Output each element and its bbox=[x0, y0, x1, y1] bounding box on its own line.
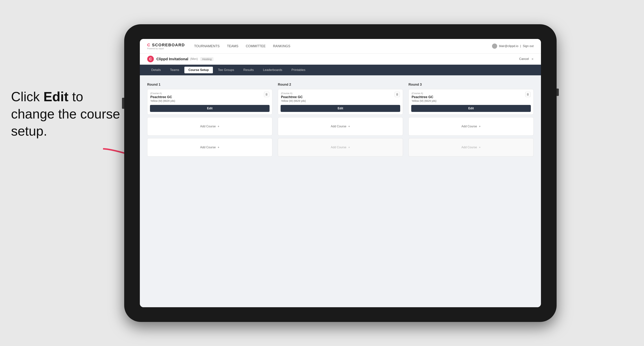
round-1-edit-button[interactable]: Edit bbox=[150, 105, 270, 112]
round-2-course-card: (Course A) Peachtree GC Yellow (M) (6629… bbox=[278, 89, 403, 115]
separator: | bbox=[520, 44, 521, 48]
tournament-name: Clippd Invitational bbox=[156, 57, 188, 61]
round-3-add-course-1[interactable]: Add Course + bbox=[408, 117, 534, 136]
round-3-course-header: (Course A) Peachtree GC Yellow (M) (6629… bbox=[409, 89, 534, 102]
round-1-plus-icon-1: + bbox=[218, 125, 219, 128]
close-button[interactable]: × bbox=[532, 57, 534, 61]
logo-title: C SCOREBOARD bbox=[147, 43, 185, 47]
round-3-add-course-text-1: Add Course + bbox=[462, 125, 480, 128]
round-2-plus-icon-2: + bbox=[348, 146, 350, 149]
round-2-course-info: (Course A) Peachtree GC Yellow (M) (6629… bbox=[281, 92, 306, 102]
round-1-add-course-1[interactable]: Add Course + bbox=[147, 117, 272, 136]
round-3-add-course-2: Add Course + bbox=[408, 138, 534, 157]
round-2-add-course-text-1: Add Course + bbox=[331, 125, 350, 128]
user-avatar bbox=[492, 43, 497, 49]
round-3-plus-icon-2: + bbox=[479, 146, 480, 149]
round-1-course-tag: (Course A) bbox=[150, 92, 175, 95]
round-3-course-info: (Course A) Peachtree GC Yellow (M) (6629… bbox=[412, 92, 436, 102]
round-3-delete-button[interactable]: 🗑 bbox=[525, 92, 530, 97]
tab-tee-groups[interactable]: Tee Groups bbox=[214, 67, 238, 73]
round-1-course-card: (Course A) Peachtree GC Yellow (M) (6629… bbox=[147, 89, 272, 115]
round-1-plus-icon-2: + bbox=[218, 146, 219, 149]
tab-bar: Details Teams Course Setup Tee Groups Re… bbox=[140, 65, 541, 75]
round-3-add-course-text-2: Add Course + bbox=[462, 146, 480, 149]
nav-committee[interactable]: COMMITTEE bbox=[246, 44, 266, 48]
logo-subtitle: Powered by clippd bbox=[147, 47, 185, 50]
tab-printables[interactable]: Printables bbox=[288, 67, 310, 73]
round-2-delete-button[interactable]: 🗑 bbox=[395, 92, 400, 97]
round-2-add-course-2: Add Course + bbox=[278, 138, 403, 157]
top-nav: C SCOREBOARD Powered by clippd TOURNAMEN… bbox=[140, 39, 541, 54]
round-1-course-header: (Course A) Peachtree GC Yellow (M) (6629… bbox=[148, 89, 272, 102]
annotation-text: Click Edit to change the course setup. bbox=[11, 88, 122, 140]
round-1-delete-button[interactable]: 🗑 bbox=[264, 92, 269, 97]
round-1-column: Round 1 (Course A) Peachtree GC Yellow (… bbox=[147, 83, 272, 159]
sub-header: C Clippd Invitational (Men) Hosting Canc… bbox=[140, 54, 541, 65]
round-1-add-course-text-1: Add Course + bbox=[200, 125, 219, 128]
nav-right: blair@clippd.io | Sign out bbox=[492, 43, 534, 49]
tab-details[interactable]: Details bbox=[147, 67, 165, 73]
round-2-label: Round 2 bbox=[278, 83, 403, 87]
hosting-badge: Hosting bbox=[200, 57, 214, 61]
nav-rankings[interactable]: RANKINGS bbox=[273, 44, 290, 48]
round-3-plus-icon-1: + bbox=[479, 125, 480, 128]
tab-teams[interactable]: Teams bbox=[166, 67, 183, 73]
round-2-course-details: Yellow (M) (6629 yds) bbox=[281, 99, 306, 102]
logo-area: C SCOREBOARD Powered by clippd bbox=[147, 43, 185, 50]
round-3-label: Round 3 bbox=[408, 83, 534, 87]
sub-header-right: Cancel × bbox=[519, 57, 534, 61]
tablet-frame: C SCOREBOARD Powered by clippd TOURNAMEN… bbox=[124, 24, 556, 322]
round-2-course-name: Peachtree GC bbox=[281, 95, 306, 99]
round-1-label: Round 1 bbox=[147, 83, 272, 87]
round-1-course-name: Peachtree GC bbox=[150, 95, 175, 99]
round-1-course-info: (Course A) Peachtree GC Yellow (M) (6629… bbox=[150, 92, 175, 102]
tab-results[interactable]: Results bbox=[239, 67, 258, 73]
tournament-sub: (Men) bbox=[190, 57, 198, 61]
round-2-course-tag: (Course A) bbox=[281, 92, 306, 95]
round-2-plus-icon-1: + bbox=[348, 125, 350, 128]
round-2-add-course-text-2: Add Course + bbox=[331, 146, 350, 149]
round-2-course-header: (Course A) Peachtree GC Yellow (M) (6629… bbox=[278, 89, 403, 102]
tab-course-setup[interactable]: Course Setup bbox=[184, 67, 213, 73]
tournament-logo: C bbox=[147, 56, 154, 62]
round-2-add-course-1[interactable]: Add Course + bbox=[278, 117, 403, 136]
tab-leaderboards[interactable]: Leaderboards bbox=[259, 67, 286, 73]
main-content: Round 1 (Course A) Peachtree GC Yellow (… bbox=[140, 75, 541, 307]
nav-tournaments[interactable]: TOURNAMENTS bbox=[194, 44, 220, 48]
round-1-add-course-2[interactable]: Add Course + bbox=[147, 138, 272, 157]
round-3-edit-button[interactable]: Edit bbox=[411, 105, 531, 112]
round-3-course-name: Peachtree GC bbox=[412, 95, 436, 99]
rounds-grid: Round 1 (Course A) Peachtree GC Yellow (… bbox=[147, 83, 534, 159]
sign-out-link[interactable]: Sign out bbox=[523, 44, 534, 48]
round-1-course-details: Yellow (M) (6629 yds) bbox=[150, 99, 175, 102]
round-1-add-course-text-2: Add Course + bbox=[200, 146, 219, 149]
nav-teams[interactable]: TEAMS bbox=[227, 44, 238, 48]
round-2-column: Round 2 (Course A) Peachtree GC Yellow (… bbox=[278, 83, 403, 159]
nav-links: TOURNAMENTS TEAMS COMMITTEE RANKINGS bbox=[194, 44, 492, 48]
tablet-screen: C SCOREBOARD Powered by clippd TOURNAMEN… bbox=[140, 39, 541, 307]
round-3-course-tag: (Course A) bbox=[412, 92, 436, 95]
round-3-course-details: Yellow (M) (6629 yds) bbox=[412, 99, 436, 102]
user-email: blair@clippd.io bbox=[499, 44, 518, 48]
round-3-course-card: (Course A) Peachtree GC Yellow (M) (6629… bbox=[408, 89, 534, 115]
round-2-edit-button[interactable]: Edit bbox=[280, 105, 400, 112]
logo-c-letter: C bbox=[147, 43, 150, 47]
round-3-column: Round 3 (Course A) Peachtree GC Yellow (… bbox=[408, 83, 534, 159]
cancel-button[interactable]: Cancel bbox=[519, 57, 529, 61]
